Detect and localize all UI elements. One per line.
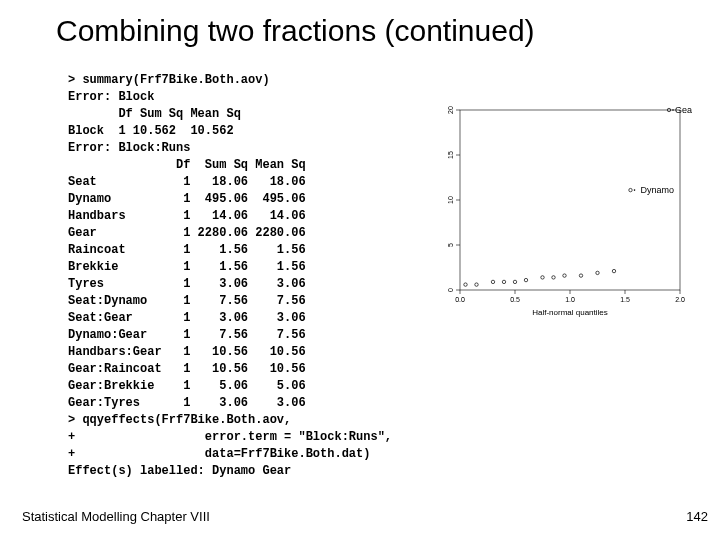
svg-text:10: 10 — [447, 196, 454, 204]
svg-text:Gear: Gear — [675, 105, 692, 115]
svg-text:Dynamo: Dynamo — [641, 185, 675, 195]
code-output: > summary(Frf7Bike.Both.aov) Error: Bloc… — [68, 72, 392, 480]
svg-point-25 — [502, 280, 505, 283]
svg-text:15: 15 — [447, 151, 454, 159]
svg-point-29 — [552, 276, 555, 279]
svg-text:0.5: 0.5 — [510, 296, 520, 303]
svg-point-34 — [629, 188, 632, 191]
svg-text:0: 0 — [447, 288, 454, 292]
svg-point-27 — [524, 278, 527, 281]
svg-text:2.0: 2.0 — [675, 296, 685, 303]
footer-left: Statistical Modelling Chapter VIII — [22, 509, 210, 524]
svg-text:0.0: 0.0 — [455, 296, 465, 303]
svg-point-38 — [672, 109, 674, 111]
svg-text:1.0: 1.0 — [565, 296, 575, 303]
svg-point-36 — [634, 189, 636, 191]
svg-point-24 — [491, 280, 494, 283]
svg-text:Half-normal quantiles: Half-normal quantiles — [532, 308, 608, 317]
svg-point-32 — [596, 271, 599, 274]
svg-point-33 — [612, 269, 615, 272]
page-number: 142 — [686, 509, 708, 524]
svg-point-22 — [464, 283, 467, 286]
svg-point-31 — [579, 274, 582, 277]
chart-qqplot: 0.00.51.01.52.0 05101520 Half-normal qua… — [420, 100, 692, 320]
svg-point-30 — [563, 274, 566, 277]
svg-rect-0 — [460, 110, 680, 290]
svg-text:20: 20 — [447, 106, 454, 114]
svg-point-26 — [513, 280, 516, 283]
svg-text:5: 5 — [447, 243, 454, 247]
svg-point-23 — [475, 283, 478, 286]
svg-text:1.5: 1.5 — [620, 296, 630, 303]
svg-point-28 — [541, 276, 544, 279]
page-title: Combining two fractions (continued) — [56, 14, 700, 48]
